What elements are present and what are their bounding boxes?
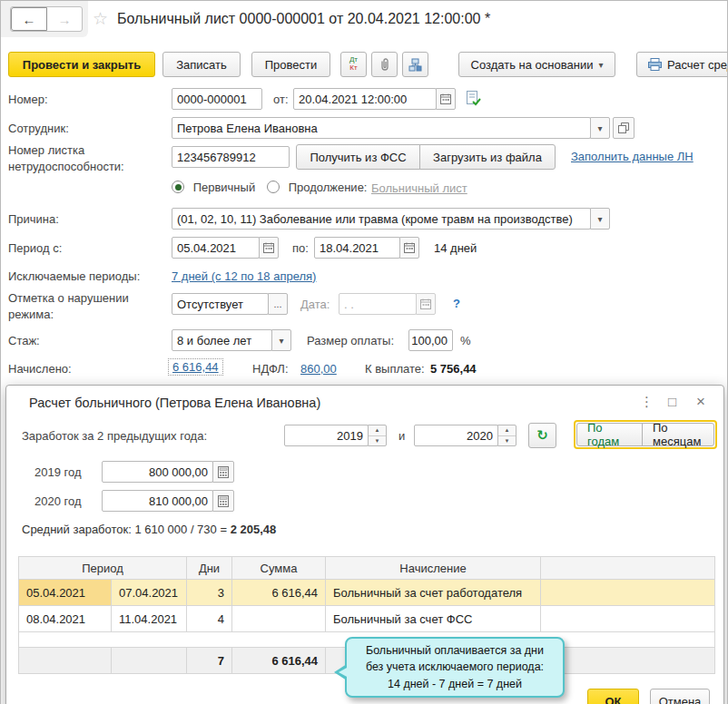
by-years-button[interactable]: По годам [576,423,643,446]
chevron-down-icon: ▾ [597,214,602,224]
post-and-close-button[interactable]: Провести и закрыть [8,52,155,77]
app-window: ← → ☆ Больничный лист 0000-000001 от 20.… [0,0,728,704]
year1-group: 2019 ▲▼ [284,425,387,446]
excluded-periods-link[interactable]: 7 дней (с 12 по 18 апреля) [172,269,316,283]
fill-ln-data-link[interactable]: Заполнить данные ЛН [571,150,694,163]
continuation-sick-list-link[interactable]: Больничный лист [371,181,467,195]
calendar-icon[interactable] [436,88,456,110]
spin-up-icon: ▲ [369,425,386,435]
document-check-icon[interactable] [466,91,481,106]
table-row[interactable]: 08.04.2021 11.04.2021 4 Больничный за сч… [19,606,715,632]
year1-input[interactable]: 2019 [284,425,369,446]
primary-radio[interactable]: Первичный [172,181,255,194]
radio-selected-icon [172,181,184,193]
total-sum: 6 616,44 [232,648,326,674]
create-based-on-button[interactable]: Создать на основании▾ [458,52,615,77]
pay-rate-label: Размер оплаты: [307,334,394,347]
calendar-icon[interactable] [416,293,436,315]
dtkt-button[interactable]: ДтКт [340,52,367,77]
year2-group: 2020 ▲▼ [414,425,516,446]
post-button[interactable]: Провести [251,52,330,77]
violation-date-input[interactable]: . . [339,293,417,315]
table-header-row: Период Дни Сумма Начисление [19,557,715,580]
continuation-radio[interactable]: Продолжение: [267,181,367,194]
year1-spinner[interactable]: ▲▼ [368,425,387,446]
number-input[interactable]: 0000-000001 [172,88,262,110]
calculator-icon[interactable] [212,490,234,512]
employee-open-button[interactable] [613,117,635,139]
total-days: 7 [187,648,232,674]
period-from-group: 05.04.2021 [172,237,279,259]
earnings-2020-input[interactable]: 810 000,00 [102,490,213,512]
year2-input[interactable]: 2020 [414,425,498,446]
experience-dropdown-button[interactable]: ▾ [271,329,291,351]
forward-button[interactable]: → [47,7,82,31]
ndfl-amount-link[interactable]: 860,00 [300,362,337,376]
dialog-close-icon[interactable]: × [696,393,705,411]
dialog-menu-icon[interactable]: ⋮ [640,394,654,410]
year2-spinner[interactable]: ▲▼ [497,425,516,446]
year-row-label: 2020 год [34,494,82,508]
calculator-icon[interactable] [212,461,234,483]
open-windows-icon [618,122,629,133]
document-date-group: 20.04.2021 12:00:00 [293,88,456,110]
get-from-fss-button[interactable]: Получить из ФСС [296,144,420,170]
spin-up-icon: ▲ [498,425,516,435]
sick-list-number-label: Номер листканетрудоспособности: [8,142,124,174]
earnings-2019-group: 800 000,00 [102,461,234,483]
favorite-star-icon[interactable]: ☆ [93,8,108,29]
back-icon: ← [23,12,36,27]
dtkt-icon: ДтКт [349,56,358,73]
excluded-days-tooltip: Больничный оплачивается за дни без учета… [345,637,565,698]
cancel-button[interactable]: Отмена [650,689,710,704]
employee-label: Сотрудник: [8,122,69,135]
dialog-maximize-icon[interactable]: □ [668,394,676,409]
violation-date-group: . . [339,293,436,315]
document-date-input[interactable]: 20.04.2021 12:00:00 [293,88,437,110]
calendar-icon[interactable] [259,237,279,259]
sick-list-number-input[interactable]: 123456789912 [172,146,290,168]
chevron-down-icon: ▾ [279,336,283,346]
employee-dropdown-button[interactable]: ▾ [590,117,610,139]
ok-button[interactable]: ОК [587,689,639,704]
reason-label: Причина: [8,212,59,226]
accrued-label: Начислено: [8,362,72,376]
accrued-value-box: 6 616,44 [168,358,223,376]
back-button[interactable]: ← [11,7,47,31]
chevron-down-icon: ▾ [598,60,603,70]
view-toggle-group: По годам По месяцам [574,420,717,449]
experience-combo[interactable]: 8 и более лет [172,329,272,351]
experience-label: Стаж: [8,334,40,347]
year-row-label: 2019 год [34,465,82,479]
violation-more-button[interactable]: ... [268,293,288,315]
violation-input[interactable]: Отсутствует [172,293,269,315]
employee-combo[interactable]: Петрова Елена Ивановна [172,117,591,139]
period-from-input[interactable]: 05.04.2021 [172,237,260,259]
spin-down-icon: ▼ [369,435,386,446]
calendar-icon[interactable] [399,237,419,259]
help-icon[interactable]: ? [453,297,460,310]
table-row[interactable]: 05.04.2021 07.04.2021 3 6 616,44 Больнич… [19,580,715,606]
period-to-group: 18.04.2021 [314,237,419,259]
average-earnings-report-button[interactable]: Расчет средн [636,52,728,77]
earnings-2019-input[interactable]: 800 000,00 [102,461,213,483]
refresh-button[interactable]: ↻ [528,423,556,448]
col-days: Дни [187,557,232,580]
structure-button[interactable] [402,52,428,77]
print-icon [648,58,662,71]
payout-value: 5 756,44 [430,362,477,376]
radio-unselected-icon [267,181,280,193]
reason-combo[interactable]: (01, 02, 10, 11) Заболевание или травма … [172,208,591,230]
accrued-amount-link[interactable]: 6 616,44 [172,360,219,374]
payout-label: К выплате: [365,362,425,376]
reason-dropdown-button[interactable]: ▾ [590,208,610,230]
by-months-button[interactable]: По месяцам [642,423,714,446]
pay-rate-input[interactable]: 100,00 [408,329,453,351]
paperclip-icon [379,57,391,72]
chevron-down-icon: ▾ [597,123,602,133]
col-accrual: Начисление [326,557,541,580]
period-to-input[interactable]: 18.04.2021 [314,237,400,259]
load-from-file-button[interactable]: Загрузить из файла [419,144,556,170]
attachments-button[interactable] [371,52,398,77]
write-button[interactable]: Записать [162,52,241,77]
